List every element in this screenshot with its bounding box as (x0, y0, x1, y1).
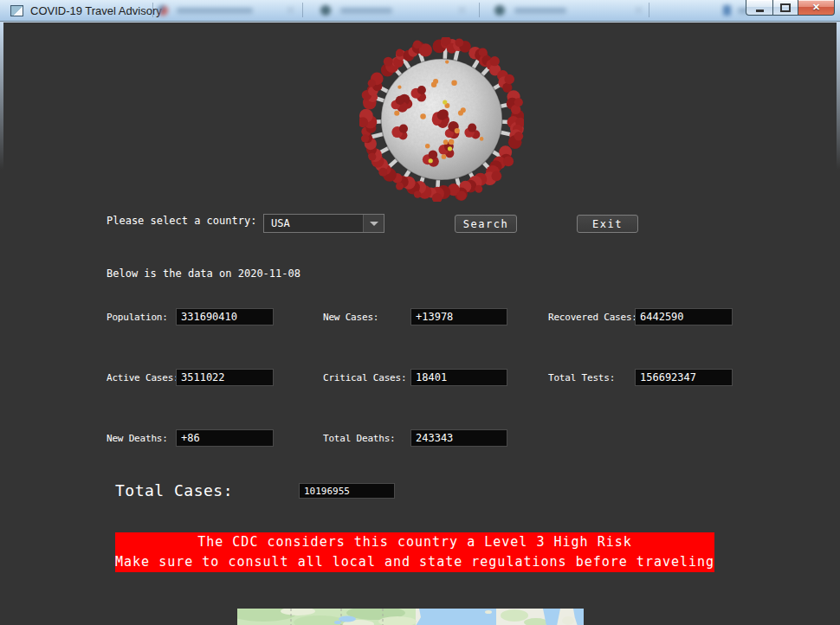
advisory-line1: The CDC considers this country a Level 3… (115, 532, 714, 552)
maximize-button[interactable] (773, 0, 798, 16)
maximize-icon (780, 3, 791, 12)
advisory-banner: The CDC considers this country a Level 3… (115, 532, 714, 572)
inactive-tab-2[interactable] (316, 2, 468, 19)
search-button[interactable]: Search (455, 215, 517, 233)
exit-button[interactable]: Exit (577, 215, 638, 233)
tab-separator (152, 3, 153, 17)
tab-title-blur (514, 8, 566, 14)
window-border-left (0, 23, 3, 170)
tab-covid-advisory[interactable]: COVID-19 Travel Advisory (3, 0, 172, 21)
tab-title-blur (340, 8, 392, 14)
country-select-label: Please select a country: (107, 215, 256, 227)
inactive-tab-3[interactable] (490, 2, 644, 19)
tab-close-icon[interactable] (459, 7, 465, 13)
tab-favicon (320, 5, 331, 16)
advisory-line2: Make sure to consult all local and state… (115, 552, 714, 572)
app-icon (10, 5, 23, 16)
date-line: Below is the data on 2020-11-08 (107, 267, 300, 280)
total-tests-field[interactable] (635, 369, 733, 386)
new-cases-field[interactable] (410, 308, 507, 325)
total-cases-field[interactable] (299, 483, 395, 499)
close-icon: ✕ (812, 2, 820, 13)
minimize-icon (756, 10, 764, 12)
main-content: Please select a country: USA Search Exit… (0, 22, 840, 625)
chevron-down-icon (370, 222, 378, 226)
population-label: Population: (107, 312, 168, 323)
population-field[interactable] (176, 308, 274, 325)
critical-cases-label: Critical Cases: (323, 372, 406, 383)
tab-close-icon[interactable] (636, 7, 642, 13)
map-preview (237, 609, 584, 625)
total-deaths-field[interactable] (410, 429, 507, 447)
tab-favicon (723, 5, 731, 16)
new-deaths-field[interactable] (176, 429, 274, 447)
coronavirus-image (359, 37, 524, 202)
combo-dropdown-button[interactable] (363, 215, 384, 232)
new-deaths-label: New Deaths: (107, 433, 168, 444)
title-bar: COVID-19 Travel Advisory (0, 0, 840, 22)
window-title: COVID-19 Travel Advisory (30, 4, 162, 17)
tab-favicon (494, 5, 505, 16)
window-border-right (837, 23, 840, 170)
recovered-cases-label: Recovered Cases: (548, 312, 637, 323)
tab-close-icon[interactable] (288, 7, 294, 13)
active-cases-field[interactable] (176, 369, 274, 386)
country-select[interactable]: USA (263, 214, 384, 233)
minimize-button[interactable] (746, 0, 773, 16)
new-cases-label: New Cases: (323, 312, 378, 323)
app-window: COVID-19 Travel Advisory (0, 0, 840, 625)
active-cases-label: Active Cases: (107, 372, 179, 383)
country-select-value: USA (271, 217, 290, 229)
close-button[interactable]: ✕ (798, 0, 835, 16)
total-cases-label: Total Cases: (115, 481, 233, 499)
window-controls: ✕ (746, 0, 835, 16)
tab-separator (649, 3, 649, 17)
tab-title-blur (177, 8, 253, 14)
total-tests-label: Total Tests: (548, 372, 615, 383)
tab-separator (479, 3, 480, 17)
tab-favicon (158, 5, 168, 16)
total-deaths-label: Total Deaths: (323, 433, 396, 444)
critical-cases-field[interactable] (410, 369, 507, 386)
inactive-tab-1[interactable] (158, 2, 296, 19)
tab-separator (302, 3, 303, 17)
recovered-cases-field[interactable] (635, 308, 733, 325)
